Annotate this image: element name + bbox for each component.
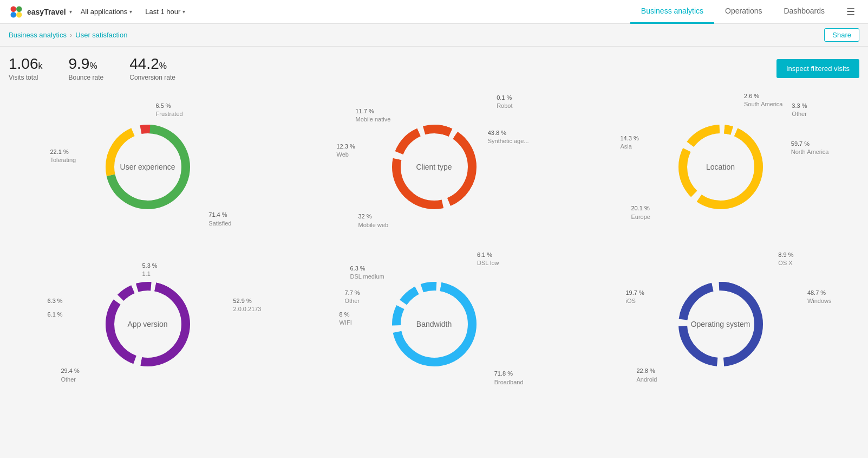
- visits-value: 1.06k: [9, 55, 43, 73]
- menu-icon[interactable]: ☰: [842, 2, 859, 22]
- share-button[interactable]: Share: [824, 28, 859, 42]
- app-version-wrapper: App version 5.3 % 1.1 6.3 % 6.1 % 29.4 %…: [56, 254, 240, 395]
- v61-label: 6.1 %: [48, 311, 63, 319]
- v2173-label: 52.9 % 2.0.0.2173: [233, 297, 262, 314]
- breadcrumb-separator: ›: [70, 31, 72, 39]
- time-range-dropdown[interactable]: Last 1 hour ▾: [141, 5, 190, 18]
- bandwidth-svg: [380, 270, 488, 378]
- svg-point-1: [16, 6, 22, 12]
- stats-bar: 1.06k Visits total 9.9% Bounce rate 44.2…: [0, 47, 868, 86]
- dsl-medium-label: 6.3 % DSL medium: [350, 265, 384, 281]
- synthetic-label: 43.8 % Synthetic age...: [488, 129, 529, 146]
- north-america-label: 59.7 % North America: [791, 140, 829, 157]
- operating-system-chart: Operating system 8.9 % OS X 19.7 % iOS 2…: [577, 243, 864, 400]
- asia-label: 14.3 % Asia: [621, 134, 639, 151]
- windows-label: 48.7 % Windows: [807, 289, 832, 306]
- ios-label: 19.7 % iOS: [626, 289, 644, 306]
- time-chevron-icon: ▾: [182, 9, 185, 15]
- robot-label: 0.1 % Robot: [497, 94, 512, 111]
- inspect-filtered-visits-button[interactable]: Inspect filtered visits: [776, 59, 859, 78]
- client-type-svg: [380, 113, 488, 221]
- user-experience-wrapper: User experience 6.5 % Frustrated 22.1 % …: [56, 96, 240, 237]
- app-version-chart: App version 5.3 % 1.1 6.3 % 6.1 % 29.4 %…: [4, 243, 291, 400]
- satisfied-label: 71.4 % Satisfied: [208, 211, 231, 228]
- bounce-value: 9.9%: [69, 55, 104, 73]
- location-svg: [667, 113, 775, 221]
- bandwidth-wrapper: Bandwidth 6.1 % DSL low 6.3 % DSL medium…: [342, 254, 526, 395]
- operating-system-svg: [667, 270, 775, 378]
- app-name: easyTravel: [27, 8, 66, 16]
- nav-operations[interactable]: Operations: [714, 0, 773, 24]
- web-label: 12.3 % Web: [337, 143, 355, 159]
- top-nav: easyTravel ▾ All applications ▾ Last 1 h…: [0, 0, 868, 24]
- app-chevron-icon[interactable]: ▾: [69, 9, 72, 15]
- conversion-rate-stat: 44.2% Conversion rate: [129, 55, 175, 81]
- europe-label: 20.1 % Europe: [631, 204, 650, 221]
- main-nav-links: Business analytics Operations Dashboards: [630, 0, 836, 24]
- svg-point-0: [11, 6, 17, 12]
- client-type-donut[interactable]: Client type: [380, 113, 488, 221]
- v63-label: 6.3 %: [48, 297, 63, 305]
- other-location-label: 3.3 % Other: [792, 102, 807, 119]
- android-label: 22.8 % Android: [637, 367, 657, 384]
- broadband-label: 71.8 % Broadband: [494, 370, 524, 386]
- breadcrumb-bar: Business analytics › User satisfaction S…: [0, 24, 868, 47]
- bandwidth-chart: Bandwidth 6.1 % DSL low 6.3 % DSL medium…: [291, 243, 577, 400]
- nav-dashboards[interactable]: Dashboards: [773, 0, 836, 24]
- bandwidth-donut[interactable]: Bandwidth: [380, 270, 488, 378]
- other-bandwidth-label: 7.7 % Other: [345, 289, 360, 306]
- other-version-label: 29.4 % Other: [61, 367, 80, 384]
- bounce-rate-stat: 9.9% Bounce rate: [69, 55, 104, 81]
- app-version-svg: [94, 270, 202, 378]
- south-america-label: 2.6 % South America: [744, 92, 783, 109]
- logo-icon: [9, 4, 24, 20]
- app-version-donut[interactable]: App version: [94, 270, 202, 378]
- operating-system-donut[interactable]: Operating system: [667, 270, 775, 378]
- user-experience-donut[interactable]: User experience: [94, 113, 202, 221]
- svg-point-2: [11, 12, 17, 18]
- v53-label: 5.3 % 1.1: [142, 262, 158, 279]
- mobile-native-label: 11.7 % Mobile native: [356, 107, 391, 124]
- location-donut[interactable]: Location: [667, 113, 775, 221]
- breadcrumb-parent[interactable]: Business analytics: [9, 31, 67, 39]
- visits-label: Visits total: [9, 74, 43, 81]
- client-type-chart: Client type 0.1 % Robot 11.7 % Mobile na…: [291, 86, 577, 243]
- charts-grid: User experience 6.5 % Frustrated 22.1 % …: [0, 86, 868, 404]
- location-wrapper: Location 2.6 % South America 3.3 % Other…: [629, 96, 813, 237]
- user-experience-svg: [94, 113, 202, 221]
- osx-label: 8.9 % OS X: [778, 251, 793, 268]
- conversion-value: 44.2%: [129, 55, 175, 73]
- app-logo: easyTravel ▾: [9, 4, 72, 20]
- frustrated-label: 6.5 % Frustrated: [156, 102, 183, 119]
- wifi-label: 8 % WIFI: [340, 311, 352, 327]
- mobile-web-label: 32 % Mobile web: [358, 212, 389, 229]
- operating-system-wrapper: Operating system 8.9 % OS X 19.7 % iOS 2…: [629, 254, 813, 395]
- location-chart: Location 2.6 % South America 3.3 % Other…: [577, 86, 864, 243]
- conversion-label: Conversion rate: [129, 74, 175, 81]
- visits-total-stat: 1.06k Visits total: [9, 55, 43, 81]
- bounce-label: Bounce rate: [69, 74, 104, 81]
- dsl-low-label: 6.1 % DSL low: [477, 251, 499, 268]
- tolerating-label: 22.1 % Tolerating: [50, 148, 76, 165]
- svg-point-3: [16, 12, 22, 18]
- all-applications-dropdown[interactable]: All applications ▾: [76, 5, 137, 18]
- breadcrumb: Business analytics › User satisfaction: [9, 31, 127, 39]
- all-apps-chevron-icon: ▾: [129, 9, 132, 15]
- nav-business-analytics[interactable]: Business analytics: [630, 0, 714, 24]
- client-type-wrapper: Client type 0.1 % Robot 11.7 % Mobile na…: [342, 96, 526, 237]
- user-experience-chart: User experience 6.5 % Frustrated 22.1 % …: [4, 86, 291, 243]
- breadcrumb-current: User satisfaction: [75, 31, 127, 39]
